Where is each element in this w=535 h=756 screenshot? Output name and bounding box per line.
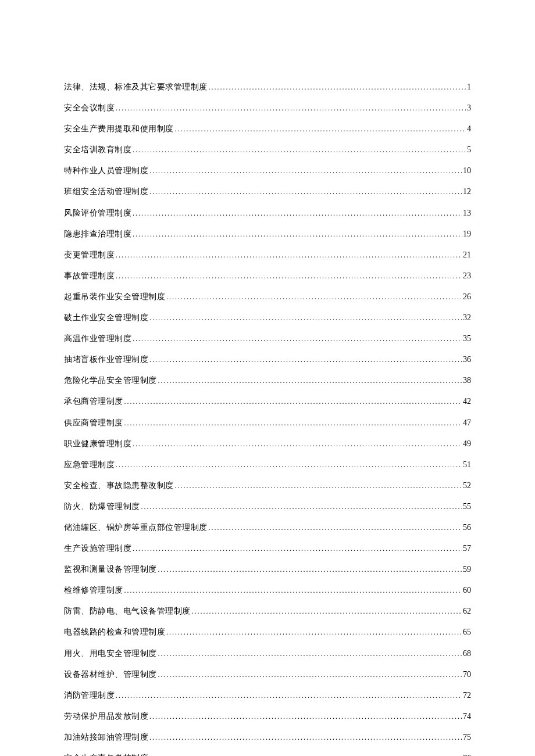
toc-page-number: 55 xyxy=(463,501,471,513)
toc-title: 监视和测量设备管理制度 xyxy=(64,564,157,575)
toc-entry: 高温作业管理制度35 xyxy=(64,333,471,345)
toc-entry: 危险化学品安全管理制度38 xyxy=(64,375,471,386)
toc-page-number: 65 xyxy=(463,626,471,638)
toc-entry: 设备器材维护、管理制度70 xyxy=(64,669,471,680)
toc-leader-dots xyxy=(133,544,462,554)
toc-leader-dots xyxy=(175,124,466,134)
toc-entry: 法律、法规、标准及其它要求管理制度1 xyxy=(64,81,471,93)
toc-title: 消防管理制度 xyxy=(64,690,115,701)
toc-page-number: 26 xyxy=(463,291,471,303)
toc-leader-dots xyxy=(166,292,462,302)
toc-leader-dots xyxy=(133,230,462,239)
toc-leader-dots xyxy=(116,691,462,701)
toc-page-number: 72 xyxy=(463,690,471,701)
toc-title: 检维修管理制度 xyxy=(64,585,123,596)
toc-title: 应急管理制度 xyxy=(64,459,115,471)
toc-page-number: 38 xyxy=(463,375,471,386)
toc-entry: 监视和测量设备管理制度59 xyxy=(64,564,471,575)
toc-leader-dots xyxy=(116,250,462,260)
toc-entry: 起重吊装作业安全管理制度26 xyxy=(64,291,471,303)
toc-entry: 事故管理制度23 xyxy=(64,270,471,282)
toc-page-number: 49 xyxy=(463,438,471,450)
toc-entry: 安全培训教育制度5 xyxy=(64,144,471,156)
toc-entry: 生产设施管理制度57 xyxy=(64,543,471,554)
toc-entry: 储油罐区、锅炉房等重点部位管理制度56 xyxy=(64,522,471,533)
toc-title: 起重吊装作业安全管理制度 xyxy=(64,291,165,303)
toc-page-number: 5 xyxy=(467,144,471,156)
toc-leader-dots xyxy=(192,607,462,617)
toc-title: 防雷、防静电、电气设备管理制度 xyxy=(64,605,191,617)
toc-entry: 变更管理制度21 xyxy=(64,249,471,261)
toc-title: 高温作业管理制度 xyxy=(64,333,131,345)
toc-entry: 劳动保护用品发放制度74 xyxy=(64,711,471,722)
toc-title: 供应商管理制度 xyxy=(64,417,123,429)
toc-page-number: 74 xyxy=(463,711,471,722)
toc-leader-dots xyxy=(124,397,462,407)
toc-entry: 防火、防爆管理制度55 xyxy=(64,501,471,513)
toc-page-number: 32 xyxy=(463,312,471,324)
toc-leader-dots xyxy=(158,376,462,386)
toc-page-number: 42 xyxy=(463,396,471,407)
toc-page-number: 51 xyxy=(463,459,471,471)
toc-title: 变更管理制度 xyxy=(64,249,115,261)
toc-leader-dots xyxy=(124,418,462,428)
toc-entry: 承包商管理制度42 xyxy=(64,396,471,407)
toc-leader-dots xyxy=(175,481,462,491)
toc-title: 承包商管理制度 xyxy=(64,396,123,407)
toc-title: 用火、用电安全管理制度 xyxy=(64,648,157,660)
toc-page-number: 23 xyxy=(463,270,471,282)
toc-leader-dots xyxy=(158,670,462,680)
toc-title: 危险化学品安全管理制度 xyxy=(64,375,157,386)
toc-entry: 加油站接卸油管理制度75 xyxy=(64,732,471,743)
toc-title: 生产设施管理制度 xyxy=(64,543,131,554)
toc-title: 破土作业安全管理制度 xyxy=(64,312,148,324)
toc-page-number: 4 xyxy=(467,123,471,135)
toc-page-number: 52 xyxy=(463,480,471,492)
toc-page-number: 47 xyxy=(463,417,471,429)
toc-entry: 应急管理制度51 xyxy=(64,459,471,471)
toc-page-number: 12 xyxy=(463,186,471,198)
toc-title: 安全检查、事故隐患整改制度 xyxy=(64,480,174,492)
toc-title: 班组安全活动管理制度 xyxy=(64,186,148,198)
toc-leader-dots xyxy=(141,502,462,512)
toc-page-number: 36 xyxy=(463,354,471,366)
toc-title: 特种作业人员管理制度 xyxy=(64,165,148,177)
toc-title: 隐患排查治理制度 xyxy=(64,228,131,240)
toc-page-number: 13 xyxy=(463,207,471,219)
toc-entry: 消防管理制度72 xyxy=(64,690,471,701)
toc-entry: 安全生产费用提取和使用制度4 xyxy=(64,123,471,135)
toc-title: 安全培训教育制度 xyxy=(64,144,131,156)
toc-title: 加油站接卸油管理制度 xyxy=(64,732,148,743)
toc-leader-dots xyxy=(124,586,462,596)
toc-page-number: 10 xyxy=(463,165,471,177)
toc-page-number: 62 xyxy=(463,605,471,617)
toc-entry: 风险评价管理制度13 xyxy=(64,207,471,219)
toc-title: 防火、防爆管理制度 xyxy=(64,501,140,513)
toc-leader-dots xyxy=(149,313,462,323)
toc-page-number: 1 xyxy=(467,81,471,93)
toc-leader-dots xyxy=(133,145,466,155)
toc-entry: 用火、用电安全管理制度68 xyxy=(64,648,471,660)
toc-title: 储油罐区、锅炉房等重点部位管理制度 xyxy=(64,522,208,533)
toc-leader-dots xyxy=(149,733,462,743)
toc-leader-dots xyxy=(149,712,462,722)
toc-page-number: 56 xyxy=(463,522,471,533)
toc-leader-dots xyxy=(116,103,466,113)
toc-entry: 班组安全活动管理制度12 xyxy=(64,186,471,198)
toc-leader-dots xyxy=(116,460,462,470)
toc-leader-dots xyxy=(133,209,462,218)
toc-entry: 抽堵盲板作业管理制度36 xyxy=(64,354,471,366)
toc-title: 安全会议制度 xyxy=(64,102,115,114)
toc-entry: 安全生产责任考核制度76 xyxy=(64,753,471,756)
toc-leader-dots xyxy=(133,334,462,344)
toc-title: 安全生产费用提取和使用制度 xyxy=(64,123,174,135)
toc-leader-dots xyxy=(209,83,466,92)
toc-page-number: 75 xyxy=(463,732,471,743)
toc-leader-dots xyxy=(158,649,462,659)
toc-entry: 隐患排查治理制度19 xyxy=(64,228,471,240)
toc-leader-dots xyxy=(149,355,462,365)
toc-leader-dots xyxy=(149,754,462,756)
toc-title: 安全生产责任考核制度 xyxy=(64,753,148,756)
toc-entry: 安全会议制度3 xyxy=(64,102,471,114)
toc-entry: 特种作业人员管理制度 10 xyxy=(64,165,471,177)
